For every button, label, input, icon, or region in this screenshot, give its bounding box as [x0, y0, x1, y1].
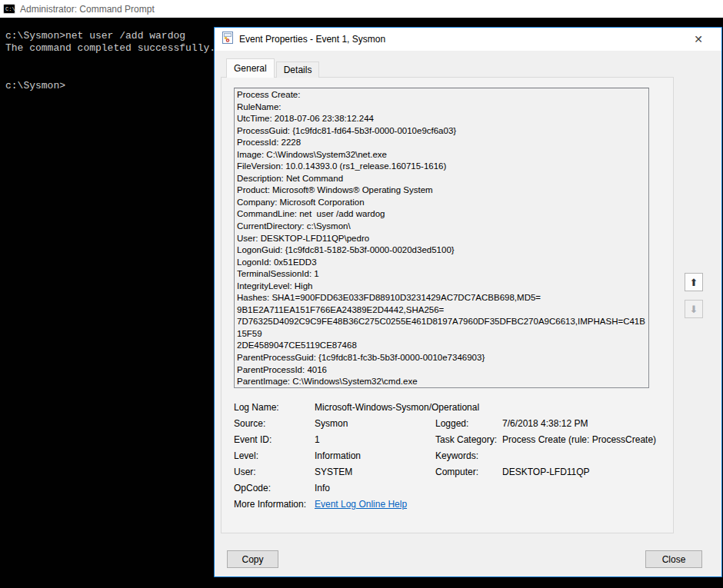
field-row-source: Source: Sysmon Logged: 7/6/2018 4:38:12 …: [234, 415, 665, 431]
dialog-title: Event Properties - Event 1, Sysmon: [239, 34, 385, 45]
arrow-down-icon: ⬇: [690, 304, 698, 314]
field-value: Microsoft-Windows-Sysmon/Operational: [315, 402, 665, 413]
field-row-event-id: Event ID: 1 Task Category: Process Creat…: [234, 431, 665, 447]
field-label: Log Name:: [234, 402, 315, 413]
cmd-window-titlebar[interactable]: C:\ Administrator: Command Prompt: [0, 0, 723, 18]
event-summary-grid: Log Name: Microsoft-Windows-Sysmon/Opera…: [234, 399, 665, 512]
console-command-line: c:\Sysmon>net user /add wardog: [5, 30, 185, 42]
dialog-titlebar[interactable]: Event Properties - Event 1, Sysmon ✕: [215, 28, 721, 51]
console-output-line: The command completed successfully.: [5, 42, 215, 55]
cmd-window-title: Administrator: Command Prompt: [20, 4, 155, 15]
field-label: Logged:: [435, 418, 502, 429]
field-row-level: Level: Information Keywords:: [234, 447, 665, 463]
tab-strip: General Details: [226, 58, 319, 78]
field-label: User:: [234, 467, 315, 477]
close-button[interactable]: Close: [645, 550, 702, 568]
next-event-button[interactable]: ⬇: [685, 300, 703, 318]
field-value: Info: [315, 483, 665, 493]
field-value: 1: [315, 434, 435, 445]
general-tab-page: Process Create: RuleName: UtcTime: 2018-…: [221, 77, 674, 533]
field-value: 7/6/2018 4:38:12 PM: [502, 418, 665, 429]
field-value: SYSTEM: [315, 467, 435, 477]
arrow-up-icon: ⬆: [690, 277, 698, 287]
field-value: Process Create (rule: ProcessCreate): [502, 434, 665, 445]
event-log-online-help-link[interactable]: Event Log Online Help: [315, 499, 407, 510]
field-value: DESKTOP-LFD11QP: [502, 467, 665, 477]
field-label: OpCode:: [234, 483, 315, 493]
field-label: Keywords:: [435, 450, 502, 461]
field-row-opcode: OpCode: Info: [234, 480, 665, 496]
console-prompt: c:\Sysmon>: [5, 80, 65, 92]
tab-details[interactable]: Details: [276, 61, 320, 78]
field-row-user: User: SYSTEM Computer: DESKTOP-LFD11QP: [234, 463, 665, 480]
tab-general[interactable]: General: [226, 58, 275, 78]
event-description-textbox[interactable]: Process Create: RuleName: UtcTime: 2018-…: [234, 88, 649, 388]
field-label: Task Category:: [435, 434, 502, 445]
field-value: Sysmon: [315, 418, 435, 429]
event-properties-icon: [222, 32, 233, 47]
event-properties-dialog: Event Properties - Event 1, Sysmon ✕ Gen…: [214, 27, 722, 577]
field-value: Information: [315, 450, 435, 461]
field-label: Event ID:: [234, 434, 315, 445]
field-label: Computer:: [435, 467, 502, 477]
field-row-more-information: More Information: Event Log Online Help: [234, 496, 665, 512]
field-row-log-name: Log Name: Microsoft-Windows-Sysmon/Opera…: [234, 399, 665, 415]
copy-button[interactable]: Copy: [227, 550, 278, 568]
field-label: Source:: [234, 418, 315, 429]
previous-event-button[interactable]: ⬆: [685, 273, 703, 291]
close-icon[interactable]: ✕: [677, 28, 720, 51]
field-label: Level:: [234, 450, 315, 461]
cmd-icon: C:\: [3, 4, 15, 14]
field-label: More Information:: [234, 499, 315, 510]
